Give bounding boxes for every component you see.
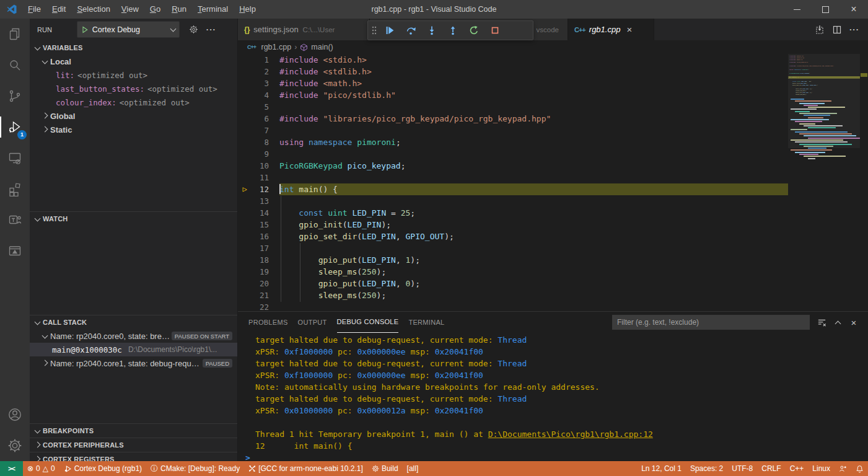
code-line[interactable]: 21 sleep_ms(250); — [238, 289, 868, 301]
source-control-icon[interactable] — [0, 81, 30, 112]
editor-scrollbar[interactable] — [860, 54, 868, 311]
menu-edit[interactable]: Edit — [46, 0, 71, 19]
section-breakpoints[interactable]: BREAKPOINTS — [30, 423, 237, 438]
debug-console-output[interactable]: target halted due to debug-request, curr… — [238, 333, 868, 462]
explorer-icon[interactable] — [0, 19, 30, 50]
code-line[interactable]: 9 — [238, 148, 868, 160]
minimize-button[interactable] — [783, 0, 811, 19]
build-button[interactable]: Build — [367, 461, 403, 476]
code-line[interactable]: 15 gpio_init(LED_PIN); — [238, 219, 868, 231]
remote-explorer-icon[interactable] — [0, 143, 30, 174]
code-line[interactable]: 2#include <stdlib.h> — [238, 66, 868, 77]
code-line[interactable]: 19 sleep_ms(250); — [238, 266, 868, 278]
close-panel-icon[interactable]: × — [846, 315, 862, 329]
remote-indicator[interactable]: >< — [0, 461, 23, 476]
launch-config-dropdown[interactable]: Cortex Debug — [77, 21, 180, 38]
cursor-position[interactable]: Ln 12, Col 1 — [637, 461, 686, 476]
code-line[interactable]: 6#include "libraries/pico_rgb_keypad/pic… — [238, 113, 868, 125]
section-watch[interactable]: WATCH — [30, 211, 237, 226]
split-editor-icon[interactable] — [828, 23, 846, 37]
search-icon[interactable] — [0, 50, 30, 81]
clear-console-icon[interactable] — [813, 315, 830, 329]
run-and-debug-icon[interactable]: 1 — [0, 112, 30, 143]
eol-sequence[interactable]: CRLF — [757, 461, 785, 476]
os-indicator[interactable]: Linux — [808, 461, 835, 476]
menu-file[interactable]: File — [22, 0, 46, 19]
console-filter-input[interactable] — [612, 315, 810, 330]
variables-group-global[interactable]: Global — [30, 109, 237, 123]
tab-terminal[interactable]: TERMINAL — [408, 312, 444, 333]
tab-rgb1-cpp[interactable]: C++ rgb1.cpp × — [568, 19, 654, 40]
menu-view[interactable]: View — [116, 0, 144, 19]
tab-output[interactable]: OUTPUT — [298, 312, 327, 333]
thread-core0[interactable]: Name: rp2040.core0, state: brea... PAUSE… — [30, 329, 237, 343]
code-line[interactable]: 20 gpio_put(LED_PIN, 0); — [238, 278, 868, 289]
step-out-icon[interactable] — [442, 22, 463, 39]
debug-settings-gear-icon[interactable] — [187, 23, 201, 37]
code-line[interactable]: 11 — [238, 172, 868, 183]
teams-icon[interactable] — [0, 205, 30, 236]
variable-lit[interactable]: lit:<optimized out> — [30, 68, 237, 82]
code-line[interactable]: 4#include "pico/stdlib.h" — [238, 89, 868, 101]
section-cortex-peripherals[interactable]: CORTEX PERIPHERALS — [30, 438, 237, 452]
cmake-status[interactable]: ⓘ CMake: [Debug]: Ready — [146, 461, 244, 476]
extensions-icon[interactable] — [0, 174, 30, 205]
start-debug-icon[interactable] — [81, 26, 89, 33]
menu-run[interactable]: Run — [166, 0, 192, 19]
code-line[interactable]: 14 const uint LED_PIN = 25; — [238, 207, 868, 219]
menu-go[interactable]: Go — [144, 0, 166, 19]
encoding[interactable]: UTF-8 — [727, 461, 757, 476]
flash-download-icon[interactable] — [811, 23, 828, 37]
problems-status[interactable]: ⊗0 △0 — [23, 461, 59, 476]
close-tab-icon[interactable]: × — [626, 25, 632, 34]
indentation[interactable]: Spaces: 2 — [686, 461, 727, 476]
code-line[interactable]: 5 — [238, 101, 868, 113]
source-link[interactable]: D:\Documents\Pico\rgb1\rgb1.cpp:12 — [488, 430, 653, 439]
code-line[interactable]: 17 — [238, 242, 868, 254]
code-line[interactable]: 16 gpio_set_dir(LED_PIN, GPIO_OUT); — [238, 231, 868, 242]
code-line[interactable]: 1#include <stdio.h> — [238, 54, 868, 66]
variable-last-button-states[interactable]: last_button_states:<optimized out> — [30, 82, 237, 95]
stack-frame-main[interactable]: main@0x1000030c D:\Documents\Pico\rgb1\.… — [30, 343, 237, 356]
menu-terminal[interactable]: Terminal — [192, 0, 234, 19]
console-prompt[interactable]: > — [245, 452, 868, 462]
code-editor[interactable]: 1#include <stdio.h>2#include <stdlib.h>3… — [238, 54, 868, 311]
tab-debug-console[interactable]: DEBUG CONSOLE — [337, 312, 399, 333]
code-line[interactable]: ▷12int main() { — [238, 183, 868, 195]
maximize-panel-icon[interactable] — [830, 315, 846, 329]
variables-group-local[interactable]: Local — [30, 55, 237, 68]
breadcrumb[interactable]: C++ rgb1.cpp › main() — [238, 40, 868, 54]
menu-help[interactable]: Help — [234, 0, 261, 19]
code-line[interactable]: 8using namespace pimoroni; — [238, 136, 868, 148]
code-line[interactable]: 10PicoRGBKeypad pico_keypad; — [238, 160, 868, 172]
step-over-icon[interactable] — [400, 22, 421, 39]
step-into-icon[interactable] — [421, 22, 442, 39]
breadcrumb-symbol[interactable]: main() — [311, 43, 333, 51]
tab-problems[interactable]: PROBLEMS — [248, 312, 288, 333]
tab-settings-json[interactable]: {} settings.json C:\...\User — [238, 19, 370, 40]
stop-icon[interactable] — [484, 22, 506, 39]
toolbar-drag-handle[interactable] — [369, 22, 379, 39]
notifications-bell-icon[interactable] — [851, 461, 868, 476]
maximize-button[interactable] — [811, 0, 840, 19]
kit-status[interactable]: [GCC for arm-none-eabi 10.2.1] — [244, 461, 367, 476]
thread-core1[interactable]: Name: rp2040.core1, state: debug-reque..… — [30, 356, 237, 370]
variables-group-static[interactable]: Static — [30, 123, 237, 136]
section-call-stack[interactable]: CALL STACK — [30, 315, 237, 329]
breadcrumb-file[interactable]: rgb1.cpp — [261, 43, 292, 51]
minimap[interactable]: 1#include <stdio.h>2#include <stdlib.h>3… — [788, 54, 860, 311]
code-line[interactable]: 22 — [238, 301, 868, 311]
editor-more-actions-icon[interactable]: ··· — [846, 23, 863, 37]
menu-selection[interactable]: Selection — [71, 0, 115, 19]
code-line[interactable]: 18 gpio_put(LED_PIN, 1); — [238, 254, 868, 266]
build-target[interactable]: [all] — [403, 461, 423, 476]
continue-icon[interactable] — [379, 22, 400, 39]
debug-status[interactable]: Cortex Debug (rgb1) — [59, 461, 146, 476]
code-line[interactable]: 3#include <math.h> — [238, 77, 868, 89]
close-button[interactable]: × — [840, 0, 868, 19]
code-line[interactable]: 13 — [238, 195, 868, 207]
settings-gear-icon[interactable] — [0, 430, 30, 461]
feedback-icon[interactable] — [835, 461, 851, 476]
more-actions-icon[interactable]: ··· — [204, 23, 218, 37]
code-line[interactable]: 7 — [238, 125, 868, 136]
